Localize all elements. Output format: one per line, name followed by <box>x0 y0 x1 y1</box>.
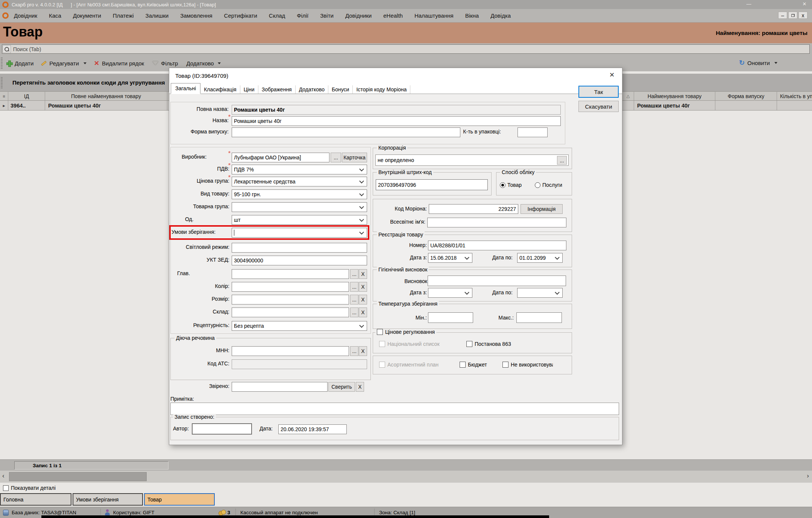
grid-col-sort[interactable]: △ <box>622 92 634 100</box>
author-field[interactable] <box>192 423 252 435</box>
manufacturer-field[interactable]: Лубныфарм ОАО [Украина] <box>232 153 329 162</box>
mnn-browse-button[interactable]: ... <box>350 346 358 356</box>
refresh-button[interactable]: ↻ Оновити <box>739 59 777 67</box>
radio-goods[interactable]: Товар <box>500 182 522 188</box>
hygiene-date-from-combo[interactable] <box>428 288 472 298</box>
manufacturer-browse-button[interactable]: ... <box>331 153 341 162</box>
tab-dodatkovo[interactable]: Додатково <box>296 85 328 94</box>
barcode-field[interactable]: 2070396497096 <box>376 179 488 190</box>
grid-col-id[interactable]: ІД <box>8 92 45 100</box>
glav-field[interactable] <box>232 269 349 279</box>
grid-col-name-right[interactable]: Найменування товару <box>634 92 715 100</box>
tab-klasyfikatsiia[interactable]: Класифікація <box>200 85 240 94</box>
color-clear-button[interactable]: X <box>359 282 367 292</box>
window-tab-goods[interactable]: Товар <box>144 493 215 506</box>
tab-zagalni[interactable]: Загальні <box>171 83 200 94</box>
search-box[interactable] <box>2 44 810 54</box>
budget-toggle[interactable]: Бюджет <box>460 362 487 368</box>
vat-combo[interactable]: ПДВ 7% <box>232 165 367 174</box>
temp-min-field[interactable] <box>428 312 473 323</box>
hygiene-conclusion-field[interactable] <box>428 276 566 286</box>
color-browse-button[interactable]: ... <box>350 282 358 292</box>
tab-tsiny[interactable]: Ціни <box>240 85 258 94</box>
edit-button[interactable]: Редагувати <box>41 60 87 67</box>
reg-date-from-combo[interactable]: 15.06.2018 <box>428 253 472 263</box>
temp-max-field[interactable] <box>516 312 562 323</box>
verify-button[interactable]: Сверить <box>328 382 355 392</box>
menu-dovidnyk[interactable]: Довідник <box>13 12 38 19</box>
budget-checkbox[interactable] <box>460 362 466 368</box>
grid-cell-form[interactable] <box>715 101 777 110</box>
corporation-browse-button[interactable]: ... <box>557 156 567 165</box>
grid-col-form[interactable]: Форма випуску <box>715 92 777 100</box>
menu-ehealth[interactable]: eHealth <box>382 12 404 19</box>
horizontal-scrollbar[interactable]: ‹ › <box>0 471 812 483</box>
light-mode-field[interactable] <box>232 243 367 253</box>
product-group-combo[interactable] <box>232 202 367 212</box>
radio-services-icon[interactable] <box>535 182 540 188</box>
mdi-close-icon[interactable]: x <box>798 12 807 19</box>
dialog-close-icon[interactable]: ✕ <box>606 71 618 79</box>
grid-cell-name[interactable]: Ромашки цветы 40г <box>45 101 167 110</box>
decree-863-toggle[interactable]: Постанова 863 <box>466 341 511 347</box>
window-tab-storage[interactable]: Умови зберігання <box>73 493 143 506</box>
toolbar-grip[interactable] <box>1 58 3 69</box>
tab-istoriia-morion[interactable]: Історія коду Моріона <box>353 85 410 94</box>
note-field[interactable] <box>170 403 619 415</box>
warehouse-clear-button[interactable]: X <box>359 307 367 317</box>
ukt-zed-field[interactable]: 3004900000 <box>232 256 367 265</box>
grid-cell-id[interactable]: 3964.. <box>8 101 45 110</box>
grid-cell-name-right[interactable]: Ромашки цветы 40г <box>634 101 715 110</box>
menu-kasa[interactable]: Каса <box>48 12 62 19</box>
size-clear-button[interactable]: X <box>359 295 367 304</box>
manufacturer-card-button[interactable]: Карточка <box>342 153 367 162</box>
not-used-checkbox[interactable] <box>502 362 508 368</box>
minimize-icon[interactable]: — <box>744 1 754 7</box>
menu-dovidnyky[interactable]: Довідники <box>345 12 372 19</box>
scroll-right-icon[interactable]: › <box>807 472 809 480</box>
radio-goods-icon[interactable] <box>500 182 505 188</box>
world-name-field[interactable] <box>427 218 566 227</box>
grid-col-qty[interactable]: Кількість в упаковці <box>777 92 812 100</box>
price-regulation-toggle[interactable]: Цінове регулювання <box>375 329 436 335</box>
size-field[interactable] <box>232 295 349 304</box>
groupbar-grip[interactable] <box>1 77 3 88</box>
grid-header-icon[interactable]: ≡ <box>0 92 8 100</box>
scroll-left-icon[interactable]: ‹ <box>2 472 5 480</box>
radio-services[interactable]: Послуги <box>535 182 562 188</box>
verified-field[interactable] <box>232 382 328 392</box>
price-group-combo[interactable]: Лекарственные средства <box>232 177 367 186</box>
grid-cell-qty[interactable] <box>777 101 812 110</box>
morion-code-field[interactable]: 229227 <box>429 204 518 214</box>
reg-number-field[interactable]: UA/8288/01/01 <box>428 241 566 250</box>
close-icon[interactable]: ✕ <box>800 1 809 7</box>
glav-browse-button[interactable]: ... <box>350 269 358 279</box>
menu-zamovlennia[interactable]: Замовлення <box>179 12 213 19</box>
menu-zalyshky[interactable]: Залишки <box>145 12 170 19</box>
qty-per-pack-field[interactable] <box>518 127 548 137</box>
show-details-toggle[interactable]: Показувати деталі <box>3 484 56 492</box>
price-regulation-checkbox[interactable] <box>377 329 383 335</box>
mnn-field[interactable] <box>232 346 349 356</box>
grid-col-full-name[interactable]: Повне найменування товару <box>45 92 167 100</box>
menu-platezhi[interactable]: Платежі <box>112 12 135 19</box>
hygiene-date-to-combo[interactable] <box>517 288 563 298</box>
mnn-clear-button[interactable]: X <box>359 346 367 356</box>
menu-dovidka[interactable]: Довідка <box>490 12 511 19</box>
menu-zvity[interactable]: Звіти <box>319 12 334 19</box>
created-date-field[interactable]: 20.06.2020 19:39:57 <box>278 424 347 434</box>
corporation-field[interactable]: не определено <box>375 154 569 166</box>
menu-sertyfikaty[interactable]: Сертифікати <box>223 12 258 19</box>
cancel-button[interactable]: Скасувати <box>578 101 619 112</box>
menu-sklad[interactable]: Склад <box>268 12 286 19</box>
ok-button[interactable]: Так <box>578 86 619 98</box>
glav-clear-button[interactable]: X <box>359 269 367 279</box>
add-button[interactable]: Додати <box>6 60 33 67</box>
not-used-toggle[interactable]: Не використовувати <box>502 362 553 368</box>
search-icon[interactable] <box>3 45 11 53</box>
more-button[interactable]: Додатково <box>186 60 220 67</box>
mdi-restore-icon[interactable] <box>788 12 797 19</box>
atc-code-field[interactable] <box>232 359 367 369</box>
name-field[interactable]: Ромашки цветы 40г <box>232 116 561 126</box>
delete-row-button[interactable]: ✕ Видалити рядок <box>94 59 144 67</box>
